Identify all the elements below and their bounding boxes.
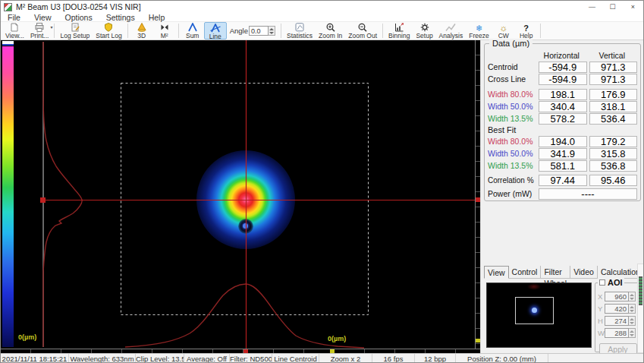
help-button[interactable]: ? Help (515, 22, 538, 39)
toolbar-separator (540, 24, 541, 38)
width50-v-value: 318.1 (589, 101, 638, 112)
status-wavelength: Wavelength: 633nm (69, 354, 136, 363)
preview-beam-dot (532, 308, 537, 313)
panel-scrollbar[interactable] (637, 264, 644, 353)
sum-button[interactable]: Sum (181, 22, 204, 39)
sum-peak-icon (184, 23, 201, 32)
statistics-button[interactable]: Statistics (284, 22, 316, 39)
maximize-button[interactable]: ☐ (602, 1, 623, 13)
crosshair-axis-marker (40, 197, 46, 203)
analysis-icon (439, 23, 463, 32)
menu-help[interactable]: Help (142, 13, 172, 21)
row-label: Centroid (488, 62, 536, 71)
aoi-y-row: Y 420 (598, 304, 638, 314)
h-axis-origin-label: 0(µm) (328, 335, 346, 342)
table-row: Width 80.0% 198.1 176.9 (488, 88, 637, 100)
log-setup-icon (60, 23, 90, 32)
log-setup-button[interactable]: Log Setup (57, 22, 93, 39)
toolbar-separator (54, 24, 55, 38)
analysis-button[interactable]: Analysis (436, 22, 467, 39)
aoi-y-label: Y (598, 305, 605, 313)
bf-width50-h-value: 341.9 (539, 148, 587, 159)
preview-smudge (527, 283, 541, 290)
binning-button[interactable]: Binning (385, 22, 413, 39)
zoom-in-button[interactable]: Zoom In (316, 22, 345, 39)
menu-view[interactable]: View (27, 13, 58, 21)
msq-button[interactable]: M² (153, 22, 176, 39)
aoi-x-label: X (598, 292, 605, 301)
column-header-vertical: Vertical (587, 51, 638, 60)
line-button[interactable]: Line (204, 22, 227, 39)
menu-settings[interactable]: Settings (99, 13, 142, 21)
menubar: File View Options Settings Help (1, 13, 643, 22)
printer-icon (30, 23, 49, 32)
minimize-button[interactable]: — (582, 1, 602, 13)
aoi-label: AOI (608, 278, 623, 287)
binning-icon (388, 23, 410, 32)
aoi-x-spinner[interactable] (629, 292, 636, 301)
menu-file[interactable]: File (1, 13, 27, 21)
row-label: Width 50.0% (488, 149, 536, 158)
start-log-button[interactable]: Start Log (93, 22, 125, 39)
camera-preview[interactable] (487, 283, 591, 347)
tab-video[interactable]: Video (570, 266, 598, 279)
table-row: Width 13.5% 578.2 536.4 (488, 112, 637, 125)
threed-button[interactable]: 3D (130, 22, 153, 39)
print-button[interactable]: ▾ Print... (27, 22, 52, 39)
tab-control[interactable]: Control (509, 266, 542, 279)
view-button[interactable]: View... (2, 22, 27, 39)
aoi-w-spinner[interactable] (629, 328, 636, 338)
tab-view[interactable]: View (484, 266, 509, 279)
titlebar: M² Beam U3 [DOU3-0254 VIS NIR] — ☐ × (1, 1, 643, 13)
aoi-group: AOI X 960 Y 420 H 274 W 288 App (595, 283, 641, 352)
chevron-down-icon[interactable]: ▾ (50, 24, 52, 30)
width80-v-value: 176.9 (589, 89, 638, 100)
table-row: Correlation % 97.44 95.46 (488, 174, 637, 186)
v-axis-origin-label: 0(µm) (18, 333, 36, 341)
scrollbar-thumb[interactable] (639, 276, 642, 305)
aoi-w-input[interactable]: 288 (605, 328, 629, 338)
aoi-w-row: W 288 (598, 328, 638, 338)
angle-spinner[interactable] (269, 26, 275, 36)
bf-width80-v-value: 179.2 (589, 136, 638, 147)
row-label: Correlation % (488, 176, 536, 185)
width80-h-value: 198.1 (539, 89, 587, 100)
setup-button[interactable]: Setup (413, 22, 435, 39)
centroid-v-value: 971.3 (589, 62, 638, 73)
status-clip-level: Clip Level: 13.5% (136, 354, 184, 363)
page-icon (5, 23, 24, 32)
line-profile-icon (208, 24, 223, 33)
row-label: Width 13.5% (488, 161, 536, 170)
statistics-icon (287, 23, 313, 32)
beam-canvas[interactable]: 0(µm) 0(µm) (15, 40, 475, 349)
aoi-h-spinner[interactable] (629, 316, 636, 326)
status-average: Average: Off (184, 354, 230, 363)
aoi-y-spinner[interactable] (629, 304, 636, 314)
crossline-v-value: 971.3 (589, 74, 638, 85)
row-label: Cross Line (488, 74, 536, 84)
status-filter: Filter: ND500 (230, 354, 272, 363)
close-button[interactable]: × (623, 1, 643, 13)
crossline-h-value: -594.9 (539, 74, 587, 85)
question-icon: ? (518, 23, 535, 32)
cw-button[interactable]: ☼ CW (492, 22, 515, 39)
aoi-x-input[interactable]: 960 (605, 292, 629, 301)
best-fit-label: Best Fit (488, 125, 637, 135)
aoi-h-input[interactable]: 274 (605, 316, 629, 326)
row-label: Width 80.0% (488, 137, 536, 146)
menu-options[interactable]: Options (58, 13, 99, 21)
aoi-y-input[interactable]: 420 (605, 304, 629, 314)
beam-display-area: 0(µm) 0(µm) (1, 40, 480, 353)
angle-input[interactable]: 0.0 (249, 26, 269, 36)
status-zoom: Zoom x 2 (319, 354, 372, 363)
freeze-button[interactable]: ❄ Freeze (466, 22, 492, 39)
tab-filter-wheel[interactable]: Filter Wheel (541, 266, 570, 279)
app-window: M² Beam U3 [DOU3-0254 VIS NIR] — ☐ × Fil… (0, 0, 644, 363)
tabbar: View Control Filter Wheel Video Calculat… (484, 266, 642, 279)
centroid-h-value: -594.9 (539, 62, 587, 73)
zoom-out-button[interactable]: Zoom Out (345, 22, 380, 39)
aoi-checkbox[interactable] (599, 279, 605, 286)
cone-icon (134, 23, 150, 32)
bf-width50-v-value: 315.8 (589, 148, 638, 159)
zoom-in-icon (319, 23, 342, 32)
